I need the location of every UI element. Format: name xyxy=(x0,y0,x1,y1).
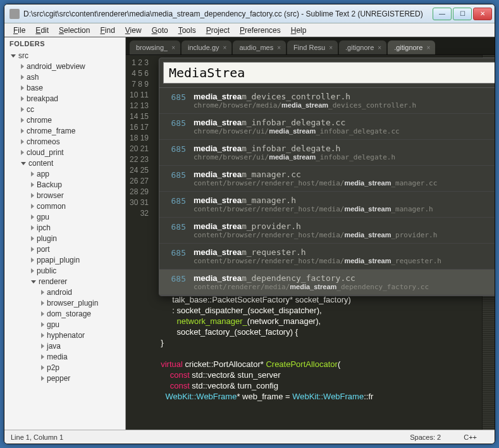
tree-item[interactable]: cloud_print xyxy=(4,147,125,158)
tree-item[interactable]: src xyxy=(4,50,125,61)
tab[interactable]: browsing_× xyxy=(130,40,180,54)
close-icon[interactable]: × xyxy=(378,44,381,51)
tree-item[interactable]: p2p xyxy=(4,362,125,373)
chevron-right-icon[interactable] xyxy=(31,182,34,187)
goto-input[interactable] xyxy=(164,63,495,83)
menu-help[interactable]: Help xyxy=(286,25,312,36)
chevron-right-icon[interactable] xyxy=(41,322,44,327)
chevron-right-icon[interactable] xyxy=(21,150,24,155)
folder-tree[interactable]: srcandroid_webviewashbasebreakpadccchrom… xyxy=(4,49,125,430)
chevron-right-icon[interactable] xyxy=(31,247,34,252)
tree-item[interactable]: browser_plugin xyxy=(4,297,125,308)
tree-item[interactable]: cc xyxy=(4,104,125,115)
menu-file[interactable]: File xyxy=(8,25,30,36)
status-syntax[interactable]: C++ xyxy=(452,433,488,441)
goto-result[interactable]: 685media_stream_infobar_delegate.ccchrom… xyxy=(159,114,495,140)
chevron-right-icon[interactable] xyxy=(31,225,34,230)
tree-item[interactable]: java xyxy=(4,340,125,351)
chevron-right-icon[interactable] xyxy=(41,354,44,359)
chevron-right-icon[interactable] xyxy=(31,204,34,209)
chevron-right-icon[interactable] xyxy=(41,311,44,316)
tree-item[interactable]: android_webview xyxy=(4,61,125,72)
chevron-right-icon[interactable] xyxy=(21,64,24,69)
goto-result[interactable]: 685media_stream_manager.cccontent/browse… xyxy=(159,166,495,192)
tree-item[interactable]: breakpad xyxy=(4,93,125,104)
chevron-right-icon[interactable] xyxy=(21,96,24,101)
tree-item[interactable]: dom_storage xyxy=(4,308,125,319)
tree-item[interactable]: hyphenator xyxy=(4,330,125,340)
tree-item[interactable]: media xyxy=(4,351,125,362)
tree-item[interactable]: app xyxy=(4,168,125,179)
menu-view[interactable]: View xyxy=(120,25,147,36)
close-icon[interactable]: × xyxy=(329,44,333,51)
minimize-button[interactable]: — xyxy=(433,8,452,20)
tree-item[interactable]: base xyxy=(4,82,125,93)
tree-item[interactable]: ipch xyxy=(4,222,125,233)
status-indent[interactable]: Spaces: 2 xyxy=(398,433,452,441)
tree-item[interactable]: public xyxy=(4,265,125,276)
chevron-right-icon[interactable] xyxy=(31,171,34,177)
tree-item[interactable]: renderer xyxy=(4,276,125,287)
goto-result[interactable]: 685media_stream_requester.hcontent/brows… xyxy=(159,244,495,270)
chevron-right-icon[interactable] xyxy=(41,365,44,370)
status-position[interactable]: Line 1, Column 1 xyxy=(11,433,63,441)
menu-selection[interactable]: Selection xyxy=(54,25,95,36)
chevron-right-icon[interactable] xyxy=(21,75,24,80)
chevron-down-icon[interactable] xyxy=(31,280,36,283)
close-icon[interactable]: × xyxy=(277,44,281,51)
menu-tools[interactable]: Tools xyxy=(173,25,201,36)
tree-item[interactable]: ash xyxy=(4,72,125,82)
chevron-right-icon[interactable] xyxy=(31,193,34,198)
chevron-right-icon[interactable] xyxy=(21,85,24,90)
tree-item[interactable]: gpu xyxy=(4,211,125,222)
goto-result[interactable]: 685media_stream_devices_controller.hchro… xyxy=(159,88,495,114)
maximize-button[interactable]: ☐ xyxy=(453,8,472,20)
tab[interactable]: .gitignore× xyxy=(339,40,386,54)
chevron-right-icon[interactable] xyxy=(21,107,24,112)
goto-result[interactable]: 685media_stream_dependency_factory.cccon… xyxy=(159,270,495,296)
chevron-right-icon[interactable] xyxy=(21,128,24,134)
tree-item[interactable]: plugin xyxy=(4,233,125,244)
tree-item[interactable]: chrome xyxy=(4,115,125,125)
chevron-down-icon[interactable] xyxy=(11,54,16,58)
chevron-right-icon[interactable] xyxy=(31,268,34,273)
tree-item[interactable]: pepper xyxy=(4,373,125,383)
close-icon[interactable]: × xyxy=(171,44,175,51)
goto-results[interactable]: 685media_stream_devices_controller.hchro… xyxy=(159,87,495,296)
chevron-right-icon[interactable] xyxy=(21,139,24,144)
chevron-right-icon[interactable] xyxy=(41,290,44,295)
chevron-right-icon[interactable] xyxy=(31,258,34,263)
chevron-right-icon[interactable] xyxy=(31,215,34,220)
menu-project[interactable]: Project xyxy=(201,25,235,36)
tree-item[interactable]: common xyxy=(4,201,125,211)
tree-item[interactable]: ppapi_plugin xyxy=(4,254,125,265)
titlebar[interactable]: D:\src\cgit\src\content\renderer\media\m… xyxy=(4,4,495,23)
tree-item[interactable]: gpu xyxy=(4,319,125,330)
tab[interactable]: Find Resu× xyxy=(287,40,338,54)
chevron-right-icon[interactable] xyxy=(41,376,44,381)
tab[interactable]: .gitignore× xyxy=(388,40,435,54)
chevron-right-icon[interactable] xyxy=(41,301,44,306)
menu-preferences[interactable]: Preferences xyxy=(235,25,286,36)
tab[interactable]: include.gy× xyxy=(182,40,231,54)
chevron-right-icon[interactable] xyxy=(31,236,34,241)
chevron-right-icon[interactable] xyxy=(21,118,24,123)
goto-result[interactable]: 685media_stream_provider.hcontent/browse… xyxy=(159,218,495,244)
chevron-down-icon[interactable] xyxy=(21,162,26,165)
close-button[interactable]: ✕ xyxy=(473,8,492,20)
tab[interactable]: audio_mes× xyxy=(233,40,286,54)
close-icon[interactable]: × xyxy=(426,44,430,51)
tree-item[interactable]: content xyxy=(4,158,125,168)
chevron-right-icon[interactable] xyxy=(41,333,44,338)
tree-item[interactable]: port xyxy=(4,244,125,254)
close-icon[interactable]: × xyxy=(223,44,227,51)
menu-edit[interactable]: Edit xyxy=(30,25,54,36)
goto-result[interactable]: 685media_stream_infobar_delegate.hchrome… xyxy=(159,140,495,166)
goto-result[interactable]: 685media_stream_manager.hcontent/browser… xyxy=(159,192,495,218)
tree-item[interactable]: android xyxy=(4,287,125,297)
tree-item[interactable]: Backup xyxy=(4,179,125,190)
tree-item[interactable]: browser xyxy=(4,190,125,201)
tree-item[interactable]: chromeos xyxy=(4,136,125,147)
tree-item[interactable]: chrome_frame xyxy=(4,125,125,136)
menu-goto[interactable]: Goto xyxy=(147,25,173,36)
